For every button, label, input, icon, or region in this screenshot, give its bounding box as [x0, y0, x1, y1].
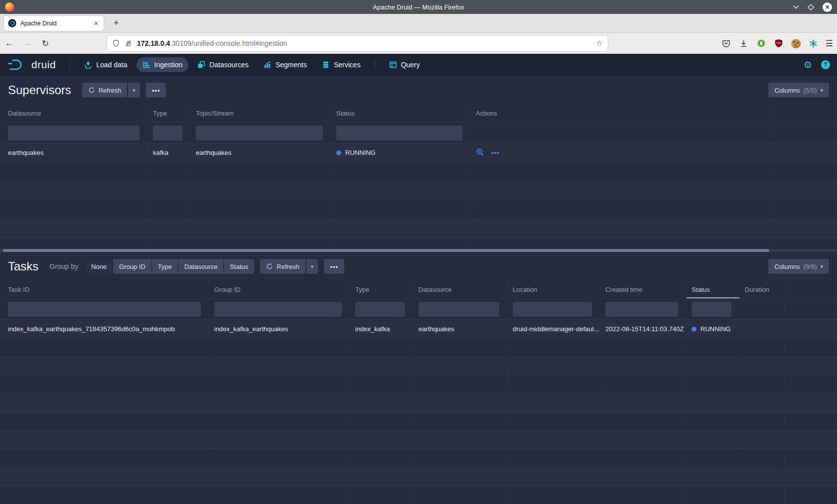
supervisor-filter-datasource[interactable]	[8, 126, 140, 140]
query-icon	[389, 61, 397, 69]
window-titlebar[interactable]: Apache Druid — Mozilla Firefox ×	[0, 0, 837, 14]
nav-load-data[interactable]: Load data	[78, 57, 133, 72]
supervisor-type[interactable]: kafka	[148, 143, 191, 162]
tasks-columns-button[interactable]: Columns (9/9) ▾	[768, 259, 829, 274]
task-filter-datasource[interactable]	[418, 302, 499, 317]
col-header-type[interactable]: Type	[350, 281, 414, 298]
task-id[interactable]: index_kafka_earthquakes_7184357396d6c0a_…	[0, 320, 209, 338]
supervisor-topic[interactable]: earthquakes	[191, 143, 331, 162]
bookmark-star-icon[interactable]: ☆	[596, 39, 603, 48]
settings-gear-icon[interactable]: ⚙	[804, 59, 812, 71]
group-by-datasource-button[interactable]: Datasource	[178, 259, 223, 274]
url-host: 172.18.0.4	[137, 39, 170, 47]
tab-title: Apache Druid	[20, 20, 89, 27]
tasks-more-button[interactable]: •••	[324, 259, 344, 274]
task-datasource[interactable]: earthquakes	[414, 320, 508, 338]
supervisors-more-button[interactable]: •••	[146, 83, 166, 98]
col-header-group-id[interactable]: Group ID	[209, 281, 350, 298]
col-header-status-sorted[interactable]: Status	[687, 281, 740, 298]
supervisor-filter-status[interactable]	[336, 126, 462, 140]
supervisors-columns-button[interactable]: Columns (5/5) ▾	[768, 83, 829, 98]
supervisors-refresh-button[interactable]: Refresh	[82, 83, 128, 98]
col-header-location[interactable]: Location	[508, 281, 600, 298]
druid-console: druid Load data Ingestion Datasources S	[0, 54, 837, 504]
group-by-group-id-button[interactable]: Group ID	[113, 259, 151, 274]
task-filter-location[interactable]	[513, 302, 592, 317]
window-minimize-icon[interactable]	[793, 5, 799, 9]
cookie-extension-icon[interactable]	[791, 38, 802, 49]
caret-down-icon: ▾	[133, 87, 136, 94]
tasks-section: Tasks Group by None Group ID Type Dataso…	[0, 252, 837, 504]
supervisor-filter-topic[interactable]	[196, 126, 323, 140]
col-header-duration[interactable]: Duration	[740, 281, 785, 298]
supervisors-table: Datasource Type Topic/Stream Status Acti…	[0, 105, 837, 252]
task-filter-group-id[interactable]	[214, 302, 342, 317]
task-created-time[interactable]: 2022-08-15T14:11:03.740Z	[600, 320, 687, 338]
task-filter-created-time[interactable]	[605, 302, 678, 317]
col-header-datasource[interactable]: Datasource	[414, 281, 508, 298]
supervisor-datasource[interactable]: earthquakes	[0, 143, 148, 162]
tasks-refresh-caret-button[interactable]: ▾	[306, 259, 318, 274]
ingestion-icon	[142, 61, 150, 69]
col-header-created-time[interactable]: Created time	[600, 281, 687, 298]
nav-datasources[interactable]: Datasources	[191, 57, 255, 72]
task-duration	[740, 320, 785, 338]
services-icon	[322, 61, 330, 69]
reload-icon[interactable]: ↻	[42, 38, 49, 49]
col-header-topic-stream[interactable]: Topic/Stream	[191, 105, 331, 122]
group-by-status-button[interactable]: Status	[224, 259, 254, 274]
supervisor-filter-type[interactable]	[153, 126, 182, 140]
supervisor-status: RUNNING	[345, 149, 376, 156]
window-maximize-icon[interactable]	[808, 4, 814, 10]
task-filter-status[interactable]	[692, 302, 731, 317]
asterisk-extension-icon[interactable]	[808, 38, 819, 49]
group-by-type-button[interactable]: Type	[152, 259, 178, 274]
downloads-icon[interactable]	[738, 38, 749, 49]
group-by-button-group: None Group ID Type Datasource Status	[85, 259, 254, 274]
nav-services[interactable]: Services	[316, 57, 367, 72]
menu-icon[interactable]: ☰	[826, 38, 833, 49]
supervisors-refresh-caret-button[interactable]: ▾	[128, 83, 140, 98]
supervisor-more-actions-icon[interactable]: •••	[491, 149, 500, 156]
pocket-icon[interactable]	[721, 38, 732, 49]
tasks-refresh-button[interactable]: Refresh	[260, 259, 305, 274]
task-type[interactable]: index_kafka	[350, 320, 414, 338]
nav-datasources-label: Datasources	[209, 61, 249, 69]
col-header-datasource[interactable]: Datasource	[0, 105, 148, 122]
firefox-logo-icon	[5, 2, 14, 12]
caret-down-icon: ▾	[820, 87, 823, 94]
url-text[interactable]: 172.18.0.4:30109/unified-console.html#in…	[137, 39, 592, 47]
caret-down-icon: ▾	[311, 263, 314, 270]
task-filter-task-id[interactable]	[8, 302, 201, 317]
back-icon[interactable]: ←	[5, 38, 13, 48]
task-row[interactable]: index_kafka_earthquakes_7184357396d6c0a_…	[0, 320, 837, 339]
new-tab-button[interactable]: +	[111, 18, 122, 28]
col-header-task-id[interactable]: Task ID	[0, 281, 209, 298]
group-by-none-button[interactable]: None	[85, 259, 113, 274]
nav-query[interactable]: Query	[383, 57, 426, 72]
task-group-id[interactable]: index_kafka_earthquakes	[209, 320, 350, 338]
druid-brand[interactable]: druid	[7, 58, 56, 71]
ublock-origin-icon[interactable]: UO	[773, 38, 784, 49]
nav-segments[interactable]: Segments	[258, 57, 313, 72]
shield-icon[interactable]	[112, 39, 120, 47]
task-location[interactable]: druid-middlemanager-defaul...	[508, 320, 600, 338]
help-icon[interactable]: ?	[821, 60, 830, 69]
nav-query-label: Query	[401, 61, 420, 69]
svg-text:UO: UO	[776, 41, 781, 44]
tab-apache-druid[interactable]: Apache Druid ×	[4, 16, 104, 31]
extension-privacy-icon[interactable]	[756, 38, 767, 49]
tab-close-icon[interactable]: ×	[93, 19, 100, 27]
supervisor-row[interactable]: earthquakes kafka earthquakes RUNNING ••…	[0, 143, 837, 162]
nav-ingestion[interactable]: Ingestion	[137, 57, 189, 72]
supervisor-inspect-icon[interactable]	[476, 148, 484, 158]
col-header-actions: Actions	[471, 105, 770, 122]
col-header-type[interactable]: Type	[148, 105, 191, 122]
task-filter-type[interactable]	[355, 302, 405, 317]
nav-divider	[70, 60, 70, 70]
forward-icon[interactable]: →	[23, 38, 32, 48]
window-close-button[interactable]: ×	[823, 2, 832, 12]
url-bar[interactable]: 172.18.0.4:30109/unified-console.html#in…	[107, 35, 608, 51]
col-header-status[interactable]: Status	[331, 105, 471, 122]
insecure-lock-icon[interactable]	[125, 39, 133, 47]
